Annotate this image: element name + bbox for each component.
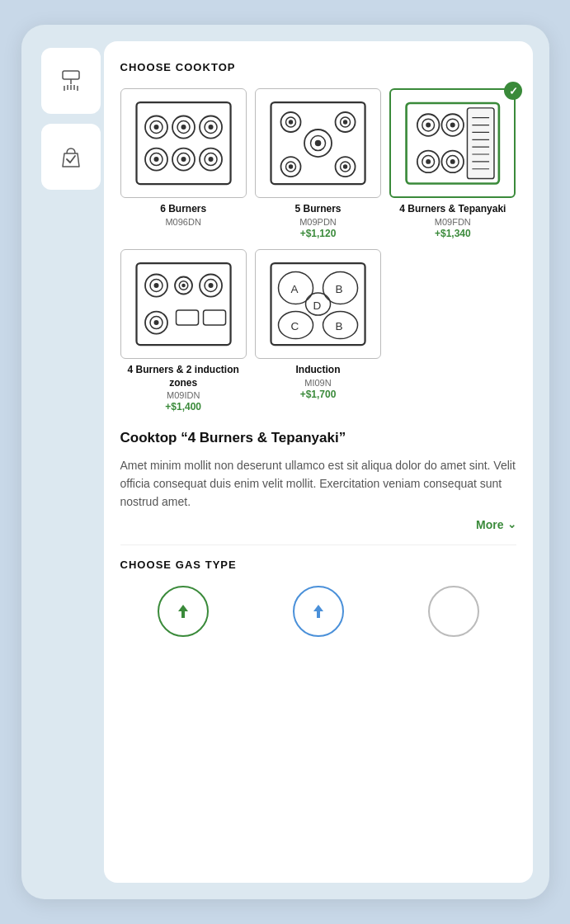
sidebar <box>38 41 104 883</box>
svg-text:B: B <box>335 320 342 332</box>
svg-point-70 <box>181 284 186 288</box>
cooktop-price-4tepanyaki: +$1,340 <box>435 228 471 239</box>
cooktop-item-4induction[interactable]: 4 Burners & 2 induction zones M09IDN +$1… <box>120 249 247 413</box>
cooktop-item-6burners[interactable]: 6 Burners M096DN <box>120 88 247 239</box>
svg-point-29 <box>315 140 322 147</box>
svg-point-19 <box>153 157 158 162</box>
gas-section-title: Choose Gas Type <box>120 559 516 571</box>
phone-frame: Choose Cooktop <box>21 25 549 899</box>
svg-point-22 <box>181 157 186 162</box>
cooktop-code-induction: MI09N <box>304 378 331 388</box>
cooktop-image-4tepanyaki <box>389 88 516 198</box>
svg-point-73 <box>208 283 213 288</box>
cooktop-svg-4induction <box>134 261 233 347</box>
svg-point-60 <box>426 159 431 164</box>
svg-point-63 <box>450 159 455 164</box>
chevron-down-icon: ⌄ <box>507 518 516 530</box>
svg-point-10 <box>153 125 158 130</box>
main-content: Choose Cooktop <box>104 41 533 883</box>
ventilation-icon <box>56 66 86 96</box>
svg-text:A: A <box>290 283 298 295</box>
shopping-bag-icon <box>56 142 86 172</box>
cooktop-code-5burners: M09PDN <box>299 217 337 227</box>
description-title: Cooktop “4 Burners & Tepanyaki” <box>120 429 516 447</box>
cooktop-section-title: Choose Cooktop <box>120 61 516 73</box>
cooktop-item-5burners[interactable]: 5 Burners M09PDN +$1,120 <box>255 88 381 239</box>
cooktop-price-5burners: +$1,120 <box>300 228 337 239</box>
svg-point-25 <box>208 157 213 162</box>
svg-text:B: B <box>335 283 342 295</box>
cooktop-label-6burners: 6 Burners <box>160 203 206 216</box>
gas-circle-blue <box>293 586 344 637</box>
cooktop-label-induction: Induction <box>295 364 340 377</box>
svg-point-35 <box>343 120 347 124</box>
cooktop-price-induction: +$1,700 <box>300 389 337 400</box>
cooktop-code-4induction: M09IDN <box>167 390 200 400</box>
more-link[interactable]: More ⌄ <box>120 518 516 531</box>
svg-point-76 <box>153 320 158 325</box>
svg-point-16 <box>208 125 213 130</box>
cooktop-code-4tepanyaki: M09FDN <box>435 217 471 227</box>
gas-item-3[interactable] <box>391 586 516 637</box>
cooktop-label-4induction: 4 Burners & 2 induction zones <box>120 364 247 389</box>
svg-rect-43 <box>468 108 495 179</box>
svg-point-67 <box>153 283 158 288</box>
svg-point-32 <box>289 120 293 124</box>
description-text: Amet minim mollit non deserunt ullamco e… <box>120 456 516 512</box>
gas-icon-2 <box>307 600 330 623</box>
cooktop-svg-induction: A B D C B <box>268 261 368 347</box>
cooktop-image-4induction <box>120 249 247 359</box>
selected-check-badge <box>504 82 522 100</box>
svg-point-57 <box>450 123 455 128</box>
gas-circle-empty <box>428 586 479 637</box>
cooktop-image-5burners <box>255 88 381 198</box>
cooktop-svg-6burners <box>134 100 233 186</box>
description-section: Cooktop “4 Burners & Tepanyaki” Amet min… <box>120 429 516 530</box>
sidebar-item-ventilation[interactable] <box>41 48 101 114</box>
gas-type-section: Choose Gas Type <box>120 559 516 637</box>
gas-icon-1 <box>172 600 195 623</box>
svg-point-41 <box>343 164 347 168</box>
svg-text:C: C <box>290 320 299 332</box>
cooktop-svg-4tepanyaki <box>403 101 502 186</box>
cooktop-label-4tepanyaki: 4 Burners & Tepanyaki <box>399 203 506 216</box>
cooktop-image-6burners <box>120 88 247 198</box>
sidebar-item-shopping[interactable] <box>41 124 101 190</box>
cooktop-image-induction: A B D C B <box>255 249 381 359</box>
svg-point-13 <box>181 125 186 130</box>
cooktop-item-4tepanyaki[interactable]: 4 Burners & Tepanyaki M09FDN +$1,340 <box>389 88 516 239</box>
cooktop-label-5burners: 5 Burners <box>294 203 341 216</box>
cooktop-grid: 6 Burners M096DN <box>120 88 516 412</box>
gas-circle-green <box>158 586 209 637</box>
cooktop-svg-5burners <box>268 100 368 186</box>
gas-item-1[interactable] <box>120 586 246 637</box>
svg-point-38 <box>289 164 293 168</box>
cooktop-price-4induction: +$1,400 <box>165 401 201 412</box>
gas-item-2[interactable] <box>256 586 381 637</box>
svg-text:D: D <box>313 299 321 312</box>
section-divider <box>120 544 516 545</box>
more-label: More <box>476 518 503 531</box>
svg-rect-0 <box>63 71 79 79</box>
cooktop-item-induction[interactable]: A B D C B Induction <box>255 249 381 413</box>
svg-rect-7 <box>136 102 230 184</box>
cooktop-code-6burners: M096DN <box>165 217 200 227</box>
gas-grid <box>120 586 516 637</box>
svg-point-54 <box>426 123 431 128</box>
